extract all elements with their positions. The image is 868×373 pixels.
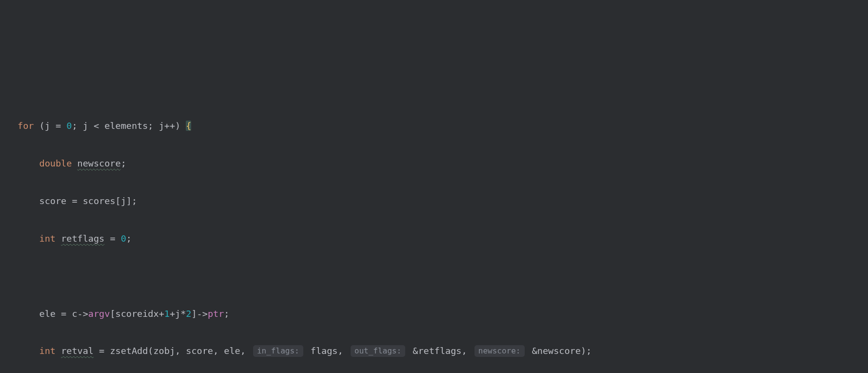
keyword-for: for [18,121,34,131]
keyword-int: int [39,233,56,244]
variable-newscore: newscore [78,158,121,168]
code-editor[interactable]: for (j = 0; j < elements; j++) { double … [0,79,868,373]
code-line: double newscore; [0,154,868,173]
code-line: score = scores[j]; [0,192,868,210]
code-line: int retflags = 0; [0,229,868,248]
code-line-blank [0,267,868,286]
param-hint-newscore: newscore: [474,345,525,357]
keyword-int: int [39,346,56,356]
variable-retflags: retflags [61,233,104,244]
code-line: int retval = zsetAdd(zobj, score, ele, i… [0,342,868,360]
code-line: for (j = 0; j < elements; j++) { [0,117,868,135]
field-argv: argv [88,309,110,319]
code-line: ele = c->argv[scoreidx+1+j*2]->ptr; [0,305,868,323]
keyword-double: double [39,158,72,168]
param-hint-in-flags: in_flags: [253,345,303,357]
param-hint-out-flags: out_flags: [351,345,405,357]
field-ptr: ptr [208,309,224,319]
brace-open-icon: { [186,121,191,131]
variable-retval: retval [61,346,94,356]
